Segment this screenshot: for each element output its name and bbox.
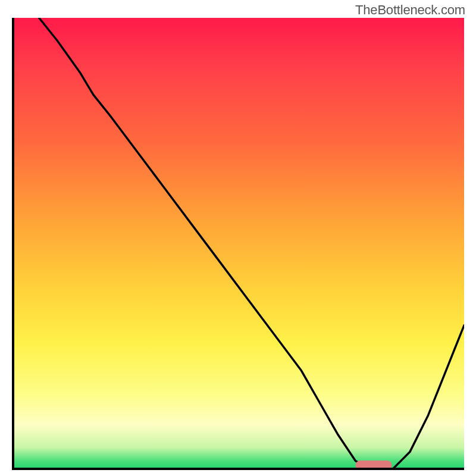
watermark-text: TheBottleneck.com <box>355 2 465 18</box>
chart-container: TheBottleneck.com <box>0 0 476 476</box>
optimum-marker <box>356 461 392 470</box>
bottleneck-curve <box>39 18 464 470</box>
plot-area <box>12 18 464 470</box>
curve-layer <box>12 18 464 470</box>
